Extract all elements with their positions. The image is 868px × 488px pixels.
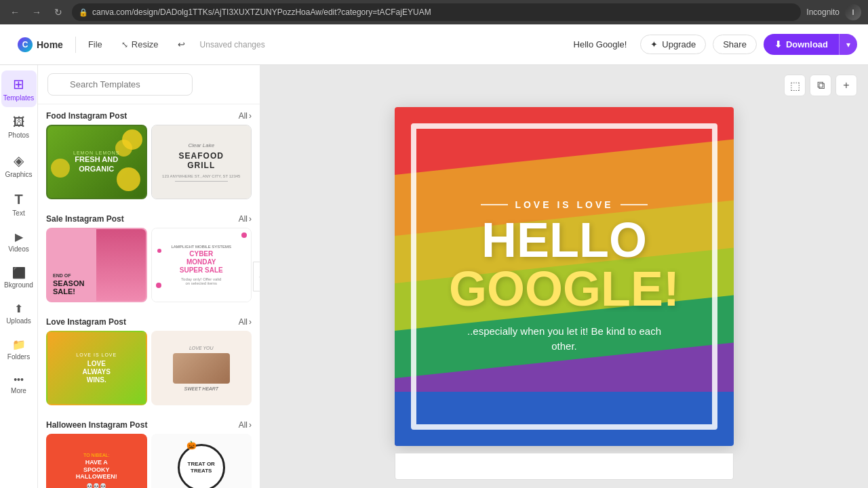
sale1-title: SEASONSALE!	[53, 279, 84, 296]
copy-tool-button[interactable]: ⧉	[810, 75, 831, 96]
folders-label: Folders	[7, 353, 30, 361]
header-left: C Home File ⤡ Resize ↩ Unsaved changes	[11, 32, 265, 58]
file-button[interactable]: File	[81, 35, 109, 54]
template-scroll: Food Instagram Post All ›	[38, 104, 260, 488]
sidebar-item-graphics[interactable]: ◈ Graphics	[1, 147, 37, 184]
upgrade-label: Upgrade	[662, 39, 696, 49]
food1-title-text: Fresh andOrganic	[73, 155, 119, 173]
download-main-button[interactable]: ⬇ Download	[764, 34, 839, 55]
halloween-section-all[interactable]: All ›	[239, 420, 252, 430]
search-input[interactable]	[47, 73, 193, 96]
resize-label: Resize	[132, 39, 159, 49]
sidebar-item-text[interactable]: T Text	[1, 186, 37, 222]
sale-section-header: Sale Instagram Post All ›	[46, 207, 252, 228]
sidebar-item-background[interactable]: ⬛ Bkground	[1, 261, 37, 294]
more-label: More	[11, 387, 26, 394]
browser-right: Incognito I	[806, 4, 861, 20]
food-section-title: Food Instagram Post	[46, 111, 127, 121]
halloween1-emoji: 💀💀💀	[86, 483, 106, 488]
hello-google-button[interactable]: Hello Google!	[567, 35, 634, 54]
love2-bottom: SWEET HEART	[184, 386, 218, 391]
upgrade-button[interactable]: ✦ Upgrade	[640, 35, 706, 54]
sale-template-grid: END OF SEASONSALE! LAMPLIGHT MOBILE	[46, 228, 252, 302]
download-arrow-icon: ⬇	[774, 39, 782, 49]
love-line-left	[481, 204, 508, 205]
photos-label: Photos	[8, 131, 29, 139]
sidebar-item-videos[interactable]: ▶ Videos	[1, 225, 37, 258]
halloween1-title: HAVE ASPOOKYHALLOWEEN!	[76, 459, 117, 481]
back-button[interactable]: ←	[7, 4, 23, 20]
canvas-content: LOVE IS LOVE HELLO GOOGLE! ..especially …	[395, 107, 734, 446]
graphics-icon: ◈	[14, 152, 24, 169]
plus-icon: +	[843, 79, 849, 92]
reload-button[interactable]: ↻	[50, 4, 66, 20]
sale2-brand: LAMPLIGHT MOBILE SYSTEMS	[171, 245, 231, 249]
google-text: GOOGLE!	[449, 264, 679, 313]
frame-tool-button[interactable]: ⬚	[784, 75, 806, 96]
icon-sidebar: ⊞ Templates 🖼 Photos ◈ Graphics T Text ▶…	[0, 65, 38, 488]
uploads-label: Uploads	[6, 317, 31, 325]
halloween1-pre: TO NIBEAL:	[83, 453, 109, 458]
resize-button[interactable]: ⤡ Resize	[115, 35, 165, 54]
food2-address: 123 ANYWHERE ST., ANY CITY, ST 12345	[162, 174, 240, 178]
sidebar-item-photos[interactable]: 🖼 Photos	[1, 110, 37, 144]
background-icon: ⬛	[12, 266, 26, 279]
folders-icon: 📁	[12, 338, 26, 351]
download-label: Download	[786, 39, 828, 49]
sale-section-all[interactable]: All ›	[239, 214, 252, 224]
love2-top: LOVE YOU	[189, 346, 214, 350]
halloween-template-1[interactable]: TO NIBEAL: HAVE ASPOOKYHALLOWEEN! 💀💀💀	[46, 434, 147, 488]
unsaved-label: Unsaved changes	[200, 40, 265, 49]
love-template-1[interactable]: LOVE IS LOVE LOVEALWAYSWINS.	[46, 331, 147, 405]
sale1-pre: END OF	[53, 273, 84, 278]
love-section: Love Instagram Post All › LOVE IS LOVE L…	[46, 310, 252, 405]
download-button-group: ⬇ Download ▾	[764, 34, 857, 55]
file-label: File	[88, 39, 102, 49]
sidebar-item-folders[interactable]: 📁 Folders	[1, 333, 37, 366]
upgrade-star-icon: ✦	[650, 39, 658, 49]
download-dropdown-button[interactable]: ▾	[839, 34, 857, 55]
food-template-2[interactable]: Clear Lake SEAFOODGRILL 123 ANYWHERE ST.…	[151, 125, 252, 199]
sale2-sub: Today only! Offer validon selected items	[181, 277, 221, 285]
home-button[interactable]: C Home	[11, 32, 70, 58]
background-label: Bkground	[4, 281, 33, 289]
food1-overlay: LEMON LEMONS Fresh andOrganic	[47, 126, 146, 198]
videos-label: Videos	[8, 245, 28, 253]
sale-template-2[interactable]: LAMPLIGHT MOBILE SYSTEMS CYBERMONDAYSUPE…	[151, 228, 252, 302]
url-bar[interactable]: 🔒 canva.com/design/DADolg1TTKs/AjTI3XUXT…	[72, 3, 801, 21]
sidebar-item-more[interactable]: ••• More	[1, 369, 37, 400]
canva-logo: C	[18, 37, 33, 52]
add-tool-button[interactable]: +	[835, 75, 857, 96]
chevron-right-icon: ›	[249, 214, 252, 224]
sale-template-1[interactable]: END OF SEASONSALE!	[46, 228, 147, 302]
chevron-right-icon: ›	[249, 420, 252, 430]
templates-icon: ⊞	[13, 76, 24, 92]
design-canvas[interactable]: LOVE IS LOVE HELLO GOOGLE! ..especially …	[395, 107, 734, 446]
template-panel: 🔍 Food Instagram Post All ›	[38, 65, 260, 488]
lock-icon: 🔒	[79, 8, 88, 17]
halloween-section: Halloween Instagram Post All › TO NIBEAL…	[46, 413, 252, 488]
search-bar: 🔍	[38, 65, 260, 104]
love2-photo	[173, 353, 230, 384]
sale-section: Sale Instagram Post All › END OF SEASONS…	[46, 207, 252, 302]
home-label: Home	[37, 39, 63, 50]
sidebar-item-uploads[interactable]: ⬆ Uploads	[1, 297, 37, 330]
food-section-all[interactable]: All ›	[239, 111, 252, 121]
food-section: Food Instagram Post All ›	[46, 104, 252, 199]
share-button[interactable]: Share	[713, 35, 757, 54]
profile-avatar[interactable]: I	[845, 4, 861, 20]
love-template-grid: LOVE IS LOVE LOVEALWAYSWINS. LOVE YOU SW…	[46, 331, 252, 405]
panel-collapse-button[interactable]: ‹	[253, 262, 260, 291]
sidebar-item-templates[interactable]: ⊞ Templates	[1, 70, 37, 107]
halloween-template-2[interactable]: TREAT ORTREATS 🎃 🍬 A SPOOKY AFFAIR	[151, 434, 252, 488]
chevron-right-icon: ›	[249, 111, 252, 121]
halloween-section-header: Halloween Instagram Post All ›	[46, 413, 252, 434]
love-section-all[interactable]: All ›	[239, 317, 252, 327]
undo-button[interactable]: ↩	[171, 35, 192, 54]
app-header: C Home File ⤡ Resize ↩ Unsaved changes H…	[0, 24, 868, 65]
forward-button[interactable]: →	[28, 4, 45, 20]
love1-main: LOVEALWAYSWINS.	[76, 360, 117, 384]
undo-icon: ↩	[178, 39, 185, 49]
love-template-2[interactable]: LOVE YOU SWEET HEART	[151, 331, 252, 405]
food-template-1[interactable]: LEMON LEMONS Fresh andOrganic	[46, 125, 147, 199]
